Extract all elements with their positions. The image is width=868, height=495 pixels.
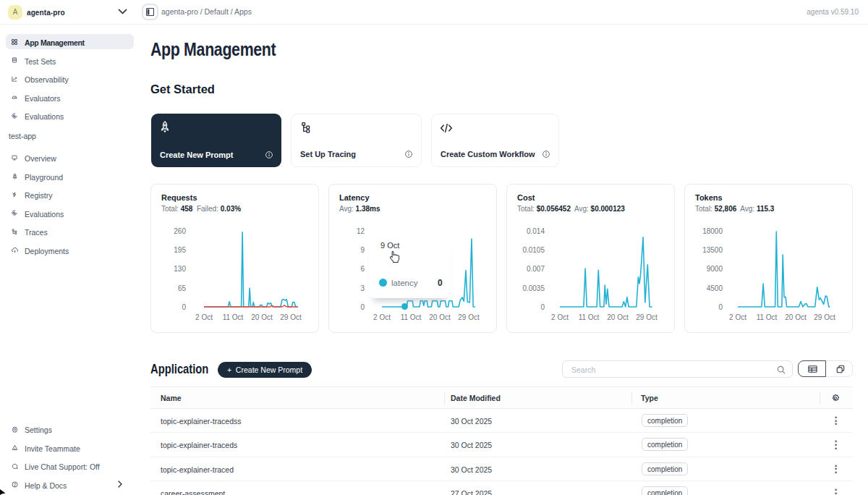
svg-text:0.014: 0.014 [527,227,545,235]
svg-text:2 Oct: 2 Oct [195,313,213,321]
svg-text:3: 3 [360,284,365,292]
svg-text:9: 9 [360,246,365,254]
svg-text:195: 195 [174,246,186,254]
svg-text:0: 0 [718,303,723,311]
svg-text:65: 65 [178,284,187,292]
svg-text:2 Oct: 2 Oct [551,313,569,321]
svg-text:13500: 13500 [702,246,723,254]
svg-text:260: 260 [174,227,186,235]
svg-text:9000: 9000 [707,265,723,273]
svg-text:11 Oct: 11 Oct [579,313,600,321]
svg-text:0.0035: 0.0035 [522,284,545,292]
svg-text:11 Oct: 11 Oct [757,313,778,321]
svg-text:29 Oct: 29 Oct [280,313,302,321]
svg-text:11 Oct: 11 Oct [401,313,422,321]
svg-text:18000: 18000 [702,227,723,235]
svg-text:20 Oct: 20 Oct [429,313,451,321]
svg-text:29 Oct: 29 Oct [458,313,480,321]
svg-text:4500: 4500 [707,284,723,292]
svg-text:0: 0 [540,303,545,311]
svg-text:0: 0 [360,303,365,311]
svg-text:6: 6 [360,265,365,273]
svg-text:20 Oct: 20 Oct [785,313,807,321]
svg-text:11 Oct: 11 Oct [223,313,244,321]
svg-text:0.007: 0.007 [527,265,545,273]
svg-text:130: 130 [174,265,186,273]
svg-text:0.0105: 0.0105 [522,246,545,254]
svg-text:12: 12 [357,227,365,235]
svg-text:0: 0 [182,303,186,311]
svg-text:2 Oct: 2 Oct [373,313,391,321]
svg-text:20 Oct: 20 Oct [251,313,273,321]
svg-text:2 Oct: 2 Oct [729,313,746,321]
svg-text:20 Oct: 20 Oct [607,313,629,321]
svg-text:29 Oct: 29 Oct [636,313,658,321]
svg-text:29 Oct: 29 Oct [814,313,835,321]
